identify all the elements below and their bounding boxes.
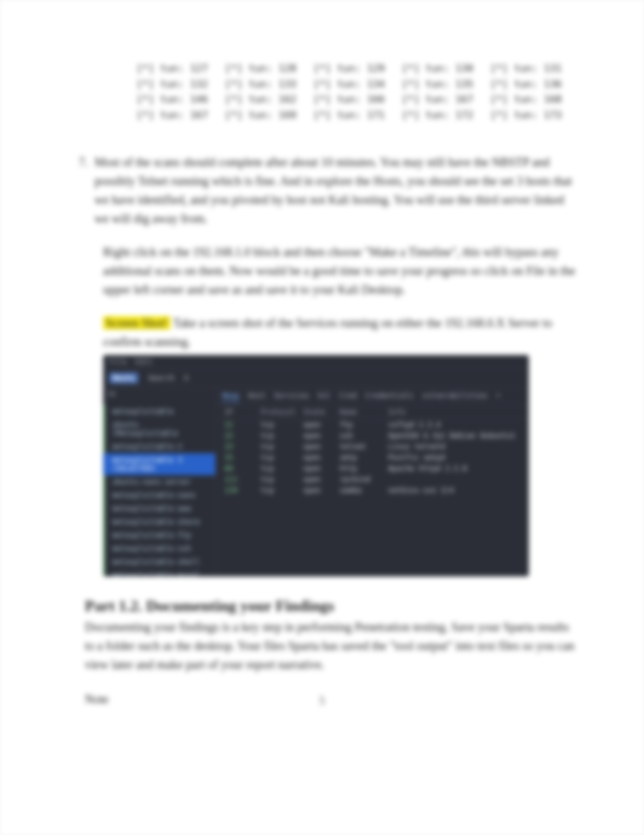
code-cell: [*] tun: 134: [314, 76, 385, 92]
paragraph-instructions: Right click on the 192.168.1.0 block and…: [103, 243, 577, 299]
table-columns-header: IP Protocol State Name Info: [216, 405, 529, 419]
cell-name: ssh: [340, 431, 388, 440]
cell-state: open: [303, 475, 340, 484]
code-row: [*] tun: 132 [*] tun: 133 [*] tun: 134 […: [136, 76, 577, 92]
col-ip: IP: [224, 408, 261, 416]
cell-port: 139: [224, 486, 261, 495]
tab-add[interactable]: +: [496, 391, 500, 402]
close-tab[interactable]: X: [184, 374, 188, 382]
code-cell: [*] tun: 135: [402, 76, 474, 92]
main-tab-row: Nmap Host Services Vul Cred Credentials …: [216, 388, 529, 405]
cell-proto: tcp: [261, 464, 303, 473]
col-info: Info: [388, 408, 520, 416]
code-cell: [*] tun: 173: [490, 107, 562, 123]
service-row[interactable]: 25tcpopensmtpPostfix smtpd: [216, 452, 529, 463]
cell-state: open: [303, 486, 340, 495]
host-item[interactable]: metasploitable-ftp: [103, 529, 215, 542]
code-cell: [*] tun: 172: [402, 107, 474, 123]
hosts-side-panel: OS metasploitable ubuntu (Metasploitable…: [103, 388, 216, 576]
cell-info: [388, 475, 520, 484]
host-item[interactable]: ubuntu-nano-server: [103, 475, 215, 488]
cell-name: telnet: [340, 442, 388, 451]
menu-edit[interactable]: Edit: [135, 357, 153, 366]
terminal-hostbar: Hosts Search X: [103, 369, 529, 388]
cell-proto: tcp: [261, 421, 303, 429]
tab-cred[interactable]: Cred: [339, 391, 357, 402]
code-cell: [*] tun: 146: [136, 92, 208, 107]
side-header-os: OS: [103, 390, 215, 405]
cell-port: 21: [224, 421, 261, 429]
code-cell: [*] tun: 128: [225, 61, 297, 76]
code-row: [*] tun: 167 [*] tun: 169 [*] tun: 171 […: [136, 107, 577, 123]
cell-name: ftp: [340, 421, 388, 429]
service-row[interactable]: 22tcpopensshOpenSSH 4.7p1 Debian 8ubuntu…: [216, 430, 529, 441]
tab-vul[interactable]: Vul: [318, 391, 331, 402]
cell-state: open: [303, 464, 340, 473]
tab-nmap[interactable]: Nmap: [222, 391, 240, 402]
col-protocol: Protocol: [261, 408, 303, 416]
service-row[interactable]: 139tcpopensambanetbios-ssn 3/4: [216, 485, 529, 496]
cell-proto: tcp: [261, 453, 303, 462]
cell-info: Postfix smtpd: [388, 453, 520, 462]
cell-name: samba: [340, 486, 388, 495]
cell-port: 80: [224, 464, 261, 473]
sparta-terminal-screenshot: File Edit Hosts Search X OS metasploitab…: [103, 355, 529, 576]
cell-state: open: [303, 431, 340, 440]
code-cell: [*] tun: 130: [402, 61, 474, 76]
host-item[interactable]: metasploitable-mysql: [103, 569, 215, 576]
terminal-menubar: File Edit: [103, 355, 529, 369]
code-cell: [*] tun: 162: [225, 92, 297, 107]
tab-vulnerabilities[interactable]: vulnerabilities: [422, 391, 488, 402]
host-item-selected[interactable]: metasploitable 3 (SELECTED): [103, 453, 215, 475]
code-cell: [*] tun: 167: [402, 92, 474, 107]
tab-credentials[interactable]: Credentials: [365, 391, 413, 402]
host-item[interactable]: metasploitable: [103, 405, 215, 418]
code-row: [*] tun: 127 [*] tun: 128 [*] tun: 129 […: [136, 61, 577, 76]
code-row: [*] tun: 146 [*] tun: 162 [*] tun: 166 […: [136, 92, 577, 107]
cell-info: Apache httpd 2.2.8: [388, 464, 520, 473]
code-cell: [*] tun: 166: [314, 92, 385, 107]
host-item[interactable]: metasploitable-ssh: [103, 542, 215, 555]
hosts-tab[interactable]: Hosts: [109, 373, 138, 384]
tab-services[interactable]: Services: [274, 391, 309, 402]
cell-port: 111: [224, 475, 261, 484]
host-item[interactable]: metasploitable-shell: [103, 555, 215, 569]
host-item[interactable]: ubuntu (Metasploitable: [103, 418, 215, 440]
code-cell: [*] tun: 171: [314, 107, 385, 123]
code-cell: [*] tun: 167: [136, 107, 208, 123]
code-cell: [*] tun: 132: [136, 76, 208, 92]
cell-name: http: [340, 464, 388, 473]
host-item[interactable]: metasploitable-share: [103, 515, 215, 529]
col-state: State: [303, 408, 340, 416]
cell-info: Linux telnetd: [388, 442, 520, 451]
service-row[interactable]: 21tcpopenftpvsftpd 2.3.4: [216, 419, 529, 430]
menu-file[interactable]: File: [109, 357, 127, 366]
cell-info: OpenSSH 4.7p1 Debian 8ubuntu1: [388, 431, 520, 440]
host-item[interactable]: metasploitable-2: [103, 440, 215, 453]
screenshot-instruction: Take a screen shot of the Services runni…: [103, 316, 552, 348]
service-row[interactable]: 23tcpopentelnetLinux telnetd: [216, 441, 529, 452]
cell-proto: tcp: [261, 475, 303, 484]
code-cell: [*] tun: 136: [490, 76, 562, 92]
cell-port: 22: [224, 431, 261, 440]
section-heading: Part 1.2. Documenting your Findings: [85, 597, 577, 615]
code-cell: [*] tun: 133: [225, 76, 297, 92]
code-cell: [*] tun: 131: [490, 61, 562, 76]
cell-name: smtp: [340, 453, 388, 462]
cell-name: rpcbind: [340, 475, 388, 484]
search-tab[interactable]: Search: [148, 374, 174, 382]
tab-host[interactable]: Host: [248, 391, 266, 402]
code-cell: [*] tun: 168: [490, 92, 562, 107]
scan-output-block: [*] tun: 127 [*] tun: 128 [*] tun: 129 […: [136, 61, 577, 123]
step-7-text: Most of the scans should complete after …: [91, 153, 577, 228]
cell-state: open: [303, 421, 340, 429]
service-row[interactable]: 111tcpopenrpcbind: [216, 474, 529, 485]
host-item[interactable]: metasploitable-www: [103, 502, 215, 515]
cell-port: 25: [224, 453, 261, 462]
screenshot-highlight: Screen Shot!: [103, 316, 170, 330]
code-cell: [*] tun: 127: [136, 61, 208, 76]
cell-state: open: [303, 453, 340, 462]
service-row[interactable]: 80tcpopenhttpApache httpd 2.2.8: [216, 463, 529, 474]
cell-proto: tcp: [261, 442, 303, 451]
host-item[interactable]: metasploitable-nano: [103, 488, 215, 502]
